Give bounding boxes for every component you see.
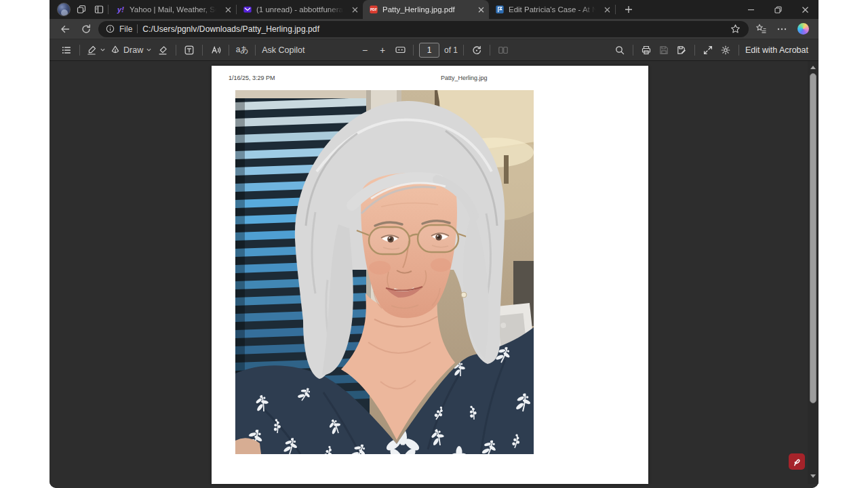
divider [490, 45, 490, 56]
tab-actions-button[interactable] [90, 1, 108, 18]
save-icon [658, 45, 669, 56]
save-button[interactable] [655, 41, 673, 59]
save-as-icon [676, 45, 687, 56]
fit-to-width-button[interactable] [391, 41, 409, 59]
pdf-icon: PDF [369, 5, 378, 14]
scrollbar[interactable] [808, 61, 818, 484]
tab-yahoo[interactable]: y! Yahoo | Mail, Weather, Search, Pol [110, 0, 236, 19]
address-bar: File C:/Users/pgnlv/Downloads/Patty_Herl… [50, 19, 818, 39]
translate-icon: aあ [236, 44, 249, 56]
rotate-button[interactable] [468, 41, 486, 59]
tab-close-button[interactable] [475, 4, 486, 15]
divider [229, 45, 229, 56]
print-button[interactable] [637, 41, 655, 59]
scroll-down-icon[interactable] [810, 474, 816, 478]
arrow-left-icon [60, 24, 71, 35]
tab-pdf-active[interactable]: PDF Patty_Herling.jpg.pdf [363, 0, 489, 19]
tab-bar: y! Yahoo | Mail, Weather, Search, Pol (1… [50, 0, 818, 19]
translate-button[interactable]: aあ [233, 41, 251, 59]
pdf-header-date: 1/16/25, 3:29 PM [229, 75, 275, 81]
tab-atneed[interactable]: Edit Patricia's Case - At Need | On [489, 0, 615, 19]
pdf-viewer: 1/16/25, 3:29 PM Patty_Herling.jpg [50, 61, 818, 488]
vertical-tabs-icon [94, 4, 104, 15]
draw-label: Draw [123, 45, 143, 55]
rotate-icon [471, 45, 482, 56]
divider [202, 45, 203, 56]
favorites-list-icon [755, 23, 767, 35]
url-field[interactable]: File C:/Users/pgnlv/Downloads/Patty_Herl… [98, 21, 749, 37]
fullscreen-button[interactable] [699, 41, 717, 59]
yahoo-icon: y! [116, 5, 125, 14]
tab-close-button[interactable] [349, 4, 360, 15]
star-icon [730, 24, 741, 34]
divider [413, 45, 414, 56]
search-icon [614, 45, 625, 56]
divider [694, 45, 695, 56]
close-icon [225, 7, 231, 13]
refresh-button[interactable] [77, 20, 95, 38]
tab-separator [615, 5, 616, 14]
zoom-out-button[interactable]: − [356, 41, 374, 59]
fit-to-width-icon [394, 44, 406, 56]
read-aloud-icon [210, 45, 221, 56]
erase-button[interactable] [154, 41, 172, 59]
edit-with-acrobat-button[interactable]: Edit with Acrobat [743, 41, 810, 59]
atneed-icon [495, 5, 505, 14]
add-text-icon [184, 45, 195, 56]
table-of-contents-button[interactable] [58, 41, 75, 59]
favorites-list-button[interactable] [752, 20, 770, 38]
copilot-button[interactable] [794, 20, 812, 38]
print-icon [641, 45, 652, 56]
pdf-toolbar-left: Draw aあ Ask Copilot [58, 41, 307, 59]
two-page-view-icon [498, 45, 509, 56]
table-of-contents-icon [61, 45, 72, 56]
profile-avatar-button[interactable] [55, 1, 73, 18]
plus-icon [625, 5, 633, 14]
divider [255, 45, 256, 56]
restore-button[interactable] [764, 0, 791, 19]
gear-icon [720, 45, 731, 56]
tab-close-button[interactable] [222, 4, 233, 15]
scroll-up-icon[interactable] [810, 66, 816, 69]
minimize-button[interactable] [737, 0, 764, 19]
read-aloud-button[interactable] [207, 41, 224, 59]
minus-icon: − [362, 45, 368, 56]
settings-menu-button[interactable] [773, 20, 791, 38]
favorite-star-button[interactable] [728, 22, 743, 37]
page-number-input[interactable]: 1 [419, 43, 439, 58]
page-view-button[interactable] [494, 41, 512, 59]
restore-icon [774, 6, 782, 14]
tab-close-button[interactable] [601, 4, 612, 15]
svg-text:PDF: PDF [370, 8, 377, 12]
pdf-settings-button[interactable] [717, 41, 734, 59]
pdf-toolbar: Draw aあ Ask Copilot − [50, 39, 818, 61]
zoom-in-button[interactable]: + [374, 41, 391, 59]
plus-icon: + [380, 45, 385, 56]
info-icon [106, 24, 115, 33]
scrollbar-thumb[interactable] [810, 73, 816, 403]
highlighter-icon [86, 45, 97, 56]
pdf-header-title: Patty_Herling.jpg [441, 75, 488, 81]
protocol-label: File [119, 24, 132, 34]
save-as-button[interactable] [673, 41, 690, 59]
new-tab-button[interactable] [620, 1, 637, 18]
eraser-icon [157, 45, 168, 56]
acrobat-fab-button[interactable] [789, 453, 805, 470]
copilot-icon [797, 23, 809, 35]
close-icon [604, 7, 610, 13]
refresh-icon [81, 24, 92, 35]
tab-title: Yahoo | Mail, Weather, Search, Pol [130, 5, 218, 14]
close-window-button[interactable] [791, 0, 818, 19]
draw-button[interactable]: Draw [108, 41, 154, 59]
url-text: C:/Users/pgnlv/Downloads/Patty_Herling.j… [142, 24, 723, 34]
highlight-button[interactable] [84, 41, 108, 59]
chevron-down-icon [146, 47, 152, 53]
workspaces-button[interactable] [73, 1, 90, 18]
add-text-button[interactable] [180, 41, 198, 59]
tab-mail[interactable]: (1 unread) - abbottfuneralservices [237, 0, 363, 19]
minimize-icon [747, 6, 755, 14]
profile-avatar [57, 3, 71, 16]
back-button[interactable] [56, 20, 74, 38]
ask-copilot-button[interactable]: Ask Copilot [260, 41, 307, 59]
search-button[interactable] [611, 41, 629, 59]
